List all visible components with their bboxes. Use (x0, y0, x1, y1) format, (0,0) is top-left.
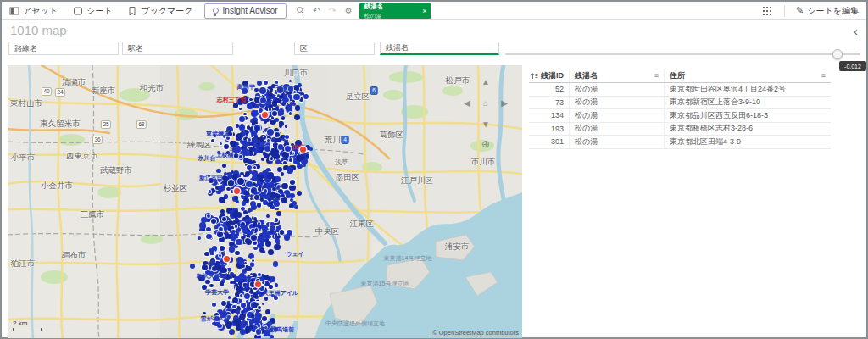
map-marker[interactable] (260, 138, 264, 142)
map-pan-left-icon[interactable]: ◀ (461, 97, 473, 108)
map-marker[interactable] (270, 335, 274, 338)
map-marker[interactable] (254, 147, 260, 153)
map-marker[interactable] (260, 97, 266, 103)
map-marker[interactable] (217, 231, 223, 237)
table-cell-address[interactable]: 東京都北区田端4-3-9 (665, 136, 831, 148)
table-row[interactable]: 193松の湯東京都板橋区志村3-28-6 (529, 123, 831, 136)
map-marker[interactable] (220, 281, 225, 286)
map-marker-selected[interactable] (262, 112, 268, 118)
map-marker[interactable] (252, 170, 258, 176)
map-marker-selected[interactable] (224, 256, 230, 262)
map-marker[interactable] (234, 153, 238, 158)
map-marker[interactable] (290, 180, 295, 185)
map-marker[interactable] (284, 234, 291, 241)
sheet-button[interactable]: シート (65, 2, 120, 19)
map-marker[interactable] (265, 241, 271, 247)
map-zoom-icon[interactable]: ⊕ (480, 138, 492, 150)
map-marker[interactable] (251, 110, 258, 117)
map-marker[interactable] (267, 139, 270, 142)
filter-station-name[interactable]: 駅名 (122, 42, 233, 55)
map-marker[interactable] (264, 146, 270, 152)
map-marker[interactable] (235, 251, 239, 255)
map-marker[interactable] (275, 193, 278, 197)
map-marker[interactable] (206, 227, 210, 231)
map-marker[interactable] (249, 98, 253, 102)
table-row[interactable]: 134松の湯東京都品川区西五反田6-18-3 (529, 109, 831, 123)
map-marker[interactable] (268, 182, 274, 188)
map-marker[interactable] (224, 144, 229, 149)
map-marker[interactable] (209, 284, 214, 288)
map-marker[interactable] (303, 164, 306, 167)
selection-settings-icon[interactable]: ⚙ (343, 5, 354, 16)
map-marker[interactable] (294, 114, 300, 120)
map-attribution[interactable]: © OpenStreetMap contributors (432, 329, 519, 336)
map-marker[interactable] (289, 185, 296, 192)
filter-sento-name[interactable]: 銭湯名 (380, 42, 499, 55)
map-marker[interactable] (259, 247, 264, 253)
insight-advisor-button[interactable]: Insight Advisor (204, 3, 287, 19)
map-marker[interactable] (253, 85, 255, 87)
map-marker[interactable] (267, 129, 274, 136)
table-cell-address[interactable]: 東京都品川区西五反田6-18-3 (665, 109, 831, 122)
map-marker[interactable] (299, 154, 305, 160)
map-marker[interactable] (205, 280, 209, 284)
map-pan-right-icon[interactable]: ▶ (498, 97, 510, 108)
table-cell-name[interactable]: 松の湯 (570, 97, 665, 109)
map-marker[interactable] (273, 199, 279, 205)
column-menu-icon[interactable]: ≡ (821, 71, 826, 80)
map-marker[interactable] (198, 275, 205, 281)
map-marker-selected[interactable] (255, 281, 261, 287)
map-marker[interactable] (236, 239, 242, 246)
map-marker[interactable] (263, 275, 268, 280)
column-header-address[interactable]: 住所 ≡ (665, 69, 831, 82)
map-marker[interactable] (273, 261, 279, 267)
map-marker-selected[interactable] (300, 147, 306, 153)
map-marker[interactable] (211, 139, 214, 142)
map-marker[interactable] (236, 124, 240, 128)
map-marker[interactable] (268, 249, 274, 255)
map-marker[interactable] (199, 222, 206, 229)
map-marker[interactable] (250, 147, 254, 151)
map-marker[interactable] (225, 321, 227, 324)
bookmark-button[interactable]: ブックマーク (120, 2, 200, 19)
map-marker[interactable] (242, 201, 247, 206)
map-marker[interactable] (283, 156, 287, 160)
map-marker[interactable] (285, 107, 287, 109)
map-marker[interactable] (284, 191, 288, 195)
map-marker[interactable] (265, 282, 270, 286)
map-marker[interactable] (242, 88, 248, 94)
map-marker[interactable] (269, 328, 272, 331)
map-marker[interactable] (231, 231, 235, 236)
map-marker[interactable] (235, 196, 238, 199)
map-marker[interactable] (259, 225, 261, 228)
map-marker[interactable] (253, 292, 259, 298)
table-row[interactable]: 52松の湯東京都世田谷区奥沢4丁目24番2号 (529, 83, 831, 97)
map-marker[interactable] (275, 81, 278, 83)
map-marker[interactable] (276, 186, 280, 190)
filter-ward[interactable]: 区 (294, 42, 375, 55)
selection-chip-close-icon[interactable]: × (420, 7, 426, 15)
assets-button[interactable]: アセット (2, 2, 65, 19)
map-marker[interactable] (289, 158, 292, 162)
map-marker[interactable] (269, 104, 273, 108)
slider-handle[interactable] (832, 49, 843, 59)
map-marker[interactable] (226, 221, 231, 226)
map-marker[interactable] (240, 172, 244, 176)
table-cell-name[interactable]: 松の湯 (570, 109, 665, 122)
map-marker[interactable] (247, 165, 252, 170)
table-cell-name[interactable]: 松の湯 (570, 136, 665, 148)
filter-route-name[interactable]: 路線名 (8, 42, 119, 55)
map-marker[interactable] (235, 173, 238, 176)
map-marker[interactable] (228, 180, 234, 186)
map-marker[interactable] (281, 172, 284, 175)
map-marker[interactable] (211, 219, 216, 224)
table-cell-name[interactable]: 松の湯 (570, 83, 665, 96)
column-header-sento-name[interactable]: 銭湯名 ≡ (570, 69, 665, 82)
map-marker[interactable] (259, 87, 265, 93)
map-marker[interactable] (281, 135, 285, 139)
map-marker[interactable] (264, 326, 267, 329)
map-marker[interactable] (202, 264, 208, 270)
map-marker[interactable] (247, 103, 253, 109)
map-home-icon[interactable]: ⌂ (480, 97, 492, 108)
map-marker[interactable] (203, 312, 205, 314)
